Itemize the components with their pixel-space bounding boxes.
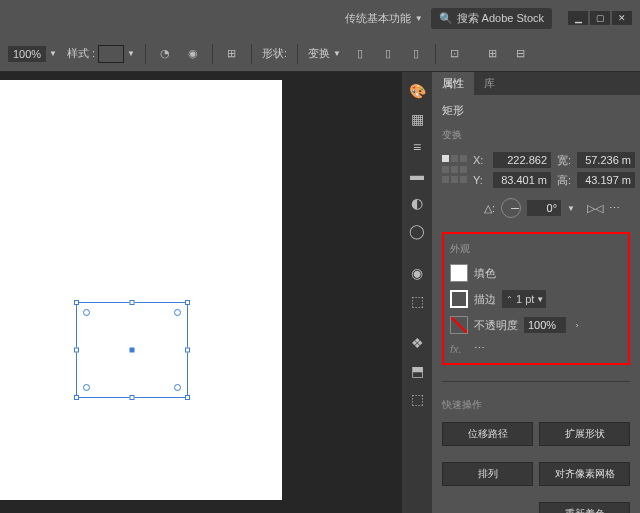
corner-widget-ne[interactable] (174, 309, 181, 316)
search-icon: 🔍 (439, 12, 453, 25)
transform-row-1: X: 222.862 宽: 57.236 m Y: 83.401 m 高: 43… (442, 152, 630, 188)
appearance-panel-icon[interactable]: ◉ (404, 260, 430, 286)
color-panel-icon[interactable]: 🎨 (404, 78, 430, 104)
window-controls: ▁ ▢ ✕ (568, 11, 632, 25)
resize-handle-nw[interactable] (74, 300, 79, 305)
shape-label: 形状: (262, 46, 287, 61)
transform-label: 变换 (308, 46, 330, 61)
angle-dial[interactable] (501, 198, 521, 218)
corner-widget-se[interactable] (174, 384, 181, 391)
align-icon[interactable]: ⊞ (223, 45, 241, 63)
more-options-icon[interactable]: ⋯ (474, 342, 485, 355)
transform-section-label: 变换 (442, 128, 630, 142)
resize-handle-ne[interactable] (185, 300, 190, 305)
brushes-panel-icon[interactable]: ≡ (404, 134, 430, 160)
canvas-area[interactable] (0, 72, 402, 513)
opacity-swatch[interactable] (450, 316, 468, 334)
workspace-switcher[interactable]: 传统基本功能 ▼ (345, 11, 423, 26)
width-input[interactable]: 57.236 m (577, 152, 635, 168)
close-button[interactable]: ✕ (612, 11, 632, 25)
options-bar: 100% ▼ 样式 : ▼ ◔ ◉ ⊞ 形状: 变换 ▼ ▯ ▯ ▯ ⊡ ⊞ ⊟ (0, 36, 640, 72)
resize-handle-se[interactable] (185, 395, 190, 400)
arrange-docs-icon[interactable]: ⊞ (484, 45, 502, 63)
opacity-more-icon[interactable]: › (572, 317, 582, 333)
stroke-weight-field[interactable]: ⌃ 1 pt ▼ (502, 290, 546, 308)
recolor-icon[interactable]: ◉ (184, 45, 202, 63)
y-input[interactable]: 83.401 m (493, 172, 551, 188)
style-swatch[interactable] (98, 45, 124, 63)
align-right-icon[interactable]: ▯ (407, 45, 425, 63)
stroke-weight-value[interactable]: 1 pt (516, 293, 534, 305)
chevron-down-icon: ▼ (127, 49, 135, 58)
angle-input[interactable]: 0° (527, 200, 561, 216)
transform-field[interactable]: 变换 ▼ (308, 46, 341, 61)
resize-handle-w[interactable] (74, 348, 79, 353)
resize-handle-s[interactable] (130, 395, 135, 400)
y-label: Y: (473, 174, 487, 186)
resize-handle-n[interactable] (130, 300, 135, 305)
x-label: X: (473, 154, 487, 166)
stroke-label: 描边 (474, 292, 496, 307)
artboard[interactable] (0, 80, 282, 500)
appearance-label: 外观 (450, 242, 622, 256)
more-options-icon[interactable]: ⋯ (609, 202, 620, 215)
tab-library[interactable]: 库 (474, 72, 505, 95)
align-pixel-button[interactable]: 对齐像素网格 (539, 462, 630, 486)
palette-icon[interactable]: ◔ (156, 45, 174, 63)
stroke-panel-icon[interactable]: ▬ (404, 162, 430, 188)
layers-panel-icon[interactable]: ❖ (404, 330, 430, 356)
center-point (130, 348, 135, 353)
chevron-down-icon: ▼ (536, 295, 544, 304)
angle-row: △: 0° ▼ ▷◁ ⋯ (442, 198, 630, 218)
corner-widget-nw[interactable] (83, 309, 90, 316)
tab-properties[interactable]: 属性 (432, 72, 474, 95)
stepper-down-icon[interactable]: ⌃ (504, 291, 514, 307)
resize-handle-e[interactable] (185, 348, 190, 353)
main-area: 🎨 ▦ ≡ ▬ ◐ ◯ ◉ ⬚ ❖ ⬒ ⬚ 属性 库 矩形 变换 (0, 72, 640, 513)
corner-widget-sw[interactable] (83, 384, 90, 391)
arrange-button[interactable]: 排列 (442, 462, 533, 486)
chevron-down-icon: ▼ (415, 14, 423, 23)
reference-point[interactable] (442, 155, 467, 185)
workspace-label: 传统基本功能 (345, 11, 411, 26)
maximize-button[interactable]: ▢ (590, 11, 610, 25)
minimize-button[interactable]: ▁ (568, 11, 588, 25)
isolate-icon[interactable]: ⊡ (446, 45, 464, 63)
recolor-button[interactable]: 重新着色 (539, 502, 630, 513)
divider (145, 44, 146, 64)
swatches-panel-icon[interactable]: ▦ (404, 106, 430, 132)
selected-rectangle[interactable] (76, 302, 188, 398)
flip-h-icon[interactable]: ▷◁ (587, 202, 603, 215)
stroke-swatch[interactable] (450, 290, 468, 308)
fill-swatch[interactable] (450, 264, 468, 282)
resize-handle-sw[interactable] (74, 395, 79, 400)
x-input[interactable]: 222.862 (493, 152, 551, 168)
align-center-icon[interactable]: ▯ (379, 45, 397, 63)
transparency-panel-icon[interactable]: ◯ (404, 218, 430, 244)
stock-search[interactable]: 🔍 搜索 Adobe Stock (431, 8, 552, 29)
gradient-panel-icon[interactable]: ◐ (404, 190, 430, 216)
asset-export-icon[interactable]: ⬒ (404, 358, 430, 384)
style-field[interactable]: 样式 : ▼ (67, 45, 135, 63)
object-type-label: 矩形 (442, 103, 630, 118)
fx-button[interactable]: fx. (450, 343, 462, 355)
opacity-value[interactable]: 100% (8, 46, 46, 62)
divider (297, 44, 298, 64)
chevron-down-icon: ▼ (333, 49, 341, 58)
quick-actions-label: 快速操作 (442, 398, 630, 412)
opacity-field[interactable]: 100% ▼ (8, 46, 57, 62)
graphic-styles-icon[interactable]: ⬚ (404, 288, 430, 314)
align-left-icon[interactable]: ▯ (351, 45, 369, 63)
height-input[interactable]: 43.197 m (577, 172, 635, 188)
opacity-input[interactable]: 100% (524, 317, 566, 333)
h-label: 高: (557, 173, 571, 188)
dock-column: 🎨 ▦ ≡ ▬ ◐ ◯ ◉ ⬚ ❖ ⬒ ⬚ (402, 72, 432, 513)
panel-tabs: 属性 库 (432, 72, 640, 95)
properties-panel: 属性 库 矩形 变换 X: 222.862 宽: 57.236 m (432, 72, 640, 513)
angle-label: △: (484, 202, 495, 215)
artboards-panel-icon[interactable]: ⬚ (404, 386, 430, 412)
offset-path-button[interactable]: 位移路径 (442, 422, 533, 446)
expand-shape-button[interactable]: 扩展形状 (539, 422, 630, 446)
chevron-down-icon: ▼ (49, 49, 57, 58)
prefs-icon[interactable]: ⊟ (512, 45, 530, 63)
